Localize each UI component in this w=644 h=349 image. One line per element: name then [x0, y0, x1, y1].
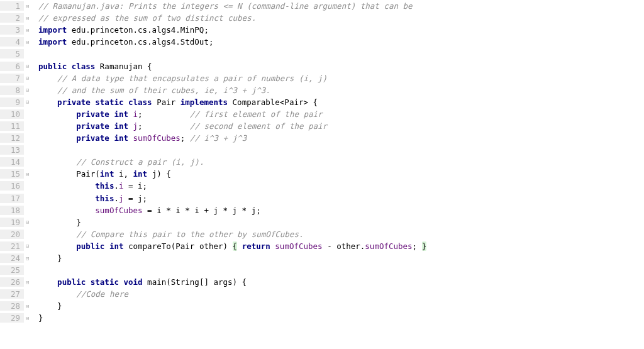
code-line[interactable]: 3⊟import edu.princeton.cs.algs4.MinPQ;	[0, 24, 644, 36]
fold-icon[interactable]: ⊟	[24, 63, 36, 69]
token-field: sumOfCubes	[275, 241, 322, 251]
token-kw: int	[100, 169, 114, 179]
token-kw: implements	[180, 97, 228, 107]
token-comment: // Ramanujan.java: Prints the integers <…	[38, 1, 413, 11]
line-number: 26	[0, 277, 24, 287]
code-content[interactable]: this.j = j;	[36, 194, 644, 203]
line-number: 16	[0, 181, 24, 191]
code-line[interactable]: 25	[0, 264, 644, 276]
code-line[interactable]: 9⊟ private static class Pair implements …	[0, 96, 644, 108]
code-line[interactable]: 19⊟ }	[0, 216, 644, 228]
code-line[interactable]: 20 // Compare this pair to the other by …	[0, 228, 644, 240]
fold-icon[interactable]: ⊟	[24, 243, 36, 249]
fold-icon[interactable]: ⊟	[24, 99, 36, 105]
code-content[interactable]: public int compareTo(Pair other) { retur…	[36, 241, 644, 251]
code-line[interactable]: 18 sumOfCubes = i * i * i + j * j * j;	[0, 204, 644, 216]
code-line[interactable]: 29⊟}	[0, 312, 644, 324]
token-plain	[38, 109, 76, 119]
code-line[interactable]: 15⊟ Pair(int i, int j) {	[0, 168, 644, 180]
code-line[interactable]: 12 private int sumOfCubes; // i^3 + j^3	[0, 132, 644, 144]
code-line[interactable]: 24⊟ }	[0, 252, 644, 264]
token-plain: main(String[] args) {	[147, 277, 247, 287]
token-comment: // i^3 + j^3	[190, 133, 247, 143]
code-line[interactable]: 21⊟ public int compareTo(Pair other) { r…	[0, 240, 644, 252]
code-line[interactable]: 4⊟import edu.princeton.cs.algs4.StdOut;	[0, 36, 644, 48]
code-editor[interactable]: 1⊟// Ramanujan.java: Prints the integers…	[0, 0, 644, 349]
code-content[interactable]: }	[36, 301, 644, 311]
line-number: 18	[0, 206, 24, 215]
fold-icon[interactable]: ⊟	[24, 87, 36, 93]
code-content[interactable]: Pair(int i, int j) {	[36, 169, 644, 179]
code-line[interactable]: 2⊟// expressed as the sum of two distinc…	[0, 12, 644, 24]
code-line[interactable]: 16 this.i = i;	[0, 180, 644, 192]
code-line[interactable]: 14 // Construct a pair (i, j).	[0, 156, 644, 168]
line-number: 20	[0, 230, 24, 239]
code-line[interactable]: 8⊟ // and the sum of their cubes, ie, i^…	[0, 84, 644, 96]
fold-icon[interactable]: ⊟	[24, 315, 36, 321]
code-content[interactable]: }	[36, 253, 644, 263]
token-plain: j) {	[147, 169, 171, 179]
code-line[interactable]: 13	[0, 144, 644, 156]
token-plain	[38, 74, 57, 83]
code-content[interactable]: import edu.princeton.cs.algs4.StdOut;	[36, 37, 644, 47]
token-plain: }	[38, 313, 43, 323]
code-line[interactable]: 10 private int i; // first element of th…	[0, 108, 644, 120]
code-content[interactable]: // Ramanujan.java: Prints the integers <…	[36, 1, 644, 11]
token-comment: // and the sum of their cubes, ie, i^3 +…	[57, 86, 270, 95]
line-number: 5	[0, 49, 24, 58]
fold-icon[interactable]: ⊟	[24, 15, 36, 21]
code-content[interactable]: private int sumOfCubes; // i^3 + j^3	[36, 133, 644, 143]
fold-icon[interactable]: ⊟	[24, 3, 36, 9]
fold-icon[interactable]: ⊟	[24, 171, 36, 177]
fold-icon[interactable]: ⊟	[24, 27, 36, 33]
code-content[interactable]: import edu.princeton.cs.algs4.MinPQ;	[36, 25, 644, 35]
fold-icon[interactable]: ⊟	[24, 75, 36, 81]
line-number: 2	[0, 13, 24, 23]
code-content[interactable]: this.i = i;	[36, 181, 644, 191]
code-content[interactable]: public static void main(String[] args) {	[36, 277, 644, 287]
token-comment: // second element of the pair	[190, 121, 327, 131]
fold-icon[interactable]: ⊟	[24, 279, 36, 285]
code-line[interactable]: 1⊟// Ramanujan.java: Prints the integers…	[0, 0, 644, 12]
line-number: 6	[0, 62, 24, 71]
token-plain	[38, 157, 76, 167]
token-plain	[38, 181, 95, 191]
code-content[interactable]: // A data type that encapsulates a pair …	[36, 74, 644, 83]
fold-icon[interactable]: ⊟	[24, 219, 36, 225]
token-comment: // expressed as the sum of two distinct …	[38, 13, 256, 23]
token-plain	[38, 194, 95, 203]
code-content[interactable]: }	[36, 313, 644, 323]
code-line[interactable]: 26⊟ public static void main(String[] arg…	[0, 276, 644, 288]
token-kw: int	[133, 169, 148, 179]
token-kw: public class	[38, 62, 100, 71]
code-content[interactable]: private static class Pair implements Com…	[36, 97, 644, 107]
code-content[interactable]: public class Ramanujan {	[36, 62, 644, 71]
code-line[interactable]: 7⊟ // A data type that encapsulates a pa…	[0, 72, 644, 84]
token-field: sumOfCubes	[365, 241, 412, 251]
fold-icon[interactable]: ⊟	[24, 255, 36, 262]
code-line[interactable]: 28⊟ }	[0, 300, 644, 312]
token-kw: private int	[76, 133, 133, 143]
code-content[interactable]: sumOfCubes = i * i * i + j * j * j;	[36, 206, 644, 215]
line-number: 4	[0, 37, 24, 47]
code-line[interactable]: 5	[0, 48, 644, 60]
fold-icon[interactable]: ⊟	[24, 303, 36, 309]
code-content[interactable]: // Compare this pair to the other by sum…	[36, 230, 644, 239]
code-content[interactable]: // and the sum of their cubes, ie, i^3 +…	[36, 86, 644, 95]
code-line[interactable]: 17 this.j = j;	[0, 192, 644, 204]
code-content[interactable]: // expressed as the sum of two distinct …	[36, 13, 644, 23]
line-number: 11	[0, 121, 24, 131]
code-content[interactable]: //Code here	[36, 289, 644, 299]
code-line[interactable]: 6⊟public class Ramanujan {	[0, 60, 644, 72]
code-content[interactable]: private int i; // first element of the p…	[36, 109, 644, 119]
code-line[interactable]: 27 //Code here	[0, 288, 644, 300]
code-line[interactable]: 11 private int j; // second element of t…	[0, 120, 644, 132]
code-content[interactable]: // Construct a pair (i, j).	[36, 157, 644, 167]
fold-icon[interactable]: ⊟	[24, 39, 36, 45]
token-plain	[38, 121, 76, 131]
token-plain: .	[114, 181, 119, 191]
token-kw: this	[95, 194, 114, 203]
code-content[interactable]: private int j; // second element of the …	[36, 121, 644, 131]
code-content[interactable]: }	[36, 218, 644, 227]
token-field: sumOfCubes	[95, 206, 142, 215]
